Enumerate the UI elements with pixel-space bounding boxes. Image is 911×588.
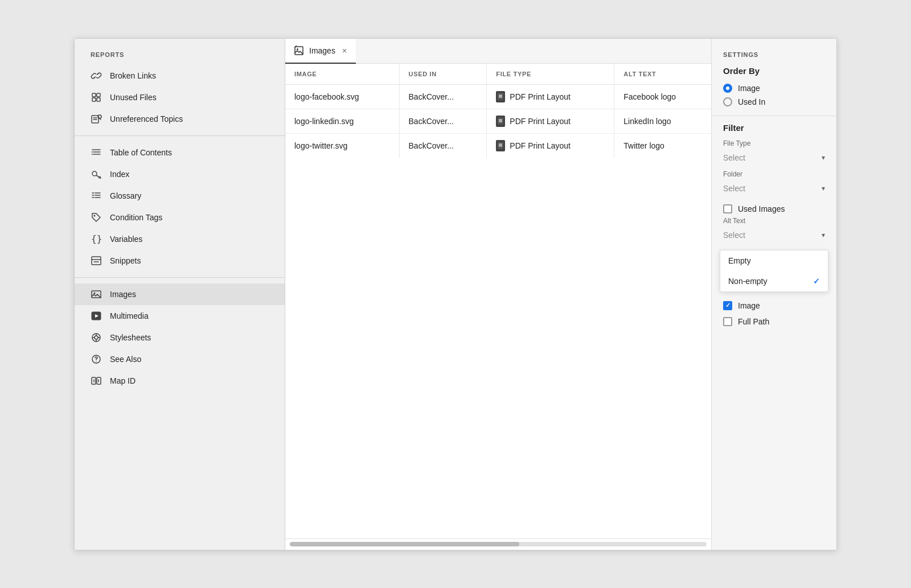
dropdown-option-empty[interactable]: Empty bbox=[720, 250, 828, 271]
file-type-icon-2 bbox=[496, 116, 505, 127]
toc-icon bbox=[91, 147, 102, 158]
see-also-icon bbox=[91, 353, 102, 365]
table-row: logo-facebook.svg BackCover... bbox=[285, 84, 711, 109]
snippets-icon bbox=[91, 255, 102, 266]
alt-text-select-label: Select bbox=[723, 231, 745, 240]
file-type-text-1: PDF Print Layout bbox=[510, 92, 571, 101]
sidebar-item-unreferenced-topics[interactable]: Unreferenced Topics bbox=[75, 108, 285, 130]
table-row: logo-twitter.svg BackCover... bbox=[285, 133, 711, 158]
tab-images-icon bbox=[294, 46, 305, 56]
key-icon bbox=[91, 168, 102, 180]
sidebar-item-map-id[interactable]: Map ID bbox=[75, 370, 285, 392]
cell-file-type-2: PDF Print Layout bbox=[487, 109, 614, 133]
full-path-checkbox[interactable] bbox=[723, 317, 732, 326]
images-tab[interactable]: Images × bbox=[285, 39, 356, 64]
variables-icon: {} bbox=[91, 233, 102, 245]
stylesheets-icon bbox=[91, 332, 102, 343]
svg-rect-5 bbox=[97, 98, 100, 101]
cell-image-1: logo-facebook.svg bbox=[285, 84, 399, 109]
sidebar-broken-links-label: Broken Links bbox=[110, 71, 156, 80]
order-by-group: Image Used In bbox=[712, 81, 836, 113]
svg-rect-28 bbox=[92, 257, 101, 265]
map-id-icon bbox=[91, 375, 102, 386]
cell-used-in-2: BackCover... bbox=[399, 109, 487, 133]
sidebar-item-snippets[interactable]: Snippets bbox=[75, 250, 285, 272]
sidebar-snippets-label: Snippets bbox=[110, 256, 141, 265]
folder-select[interactable]: Select ▾ bbox=[712, 180, 836, 201]
radio-used-in-indicator bbox=[723, 97, 732, 106]
image-col-label: Image bbox=[738, 301, 760, 310]
alt-text-chevron-icon: ▾ bbox=[822, 231, 825, 239]
tab-close-button[interactable]: × bbox=[342, 47, 347, 55]
folder-chevron-icon: ▾ bbox=[822, 184, 825, 192]
sidebar-map-id-label: Map ID bbox=[110, 376, 136, 385]
alt-text-select[interactable]: Select ▾ bbox=[712, 227, 836, 248]
used-images-label: Used Images bbox=[738, 204, 785, 213]
sidebar-item-images[interactable]: Images bbox=[75, 283, 285, 305]
col-header-used-in: USED IN bbox=[399, 64, 487, 85]
cell-image-2: logo-linkedin.svg bbox=[285, 109, 399, 133]
reports-section-label: REPORTS bbox=[75, 39, 285, 65]
sidebar-item-broken-links[interactable]: Broken Links bbox=[75, 65, 285, 87]
unused-files-icon bbox=[91, 92, 102, 103]
sidebar-item-glossary[interactable]: Glossary bbox=[75, 185, 285, 207]
file-type-text-3: PDF Print Layout bbox=[510, 141, 571, 150]
svg-point-32 bbox=[94, 292, 96, 294]
images-table: IMAGE USED IN FILE TYPE ALT TEXT logo-fa… bbox=[285, 64, 711, 158]
svg-point-42 bbox=[96, 361, 97, 362]
filter-title: Filter bbox=[712, 123, 836, 139]
file-type-select[interactable]: Select ▾ bbox=[712, 150, 836, 170]
sidebar-item-unused-files[interactable]: Unused Files bbox=[75, 87, 285, 108]
sidebar-divider-1 bbox=[75, 135, 285, 136]
cell-file-type-1: PDF Print Layout bbox=[487, 84, 614, 109]
cell-alt-text-3: Twitter logo bbox=[614, 133, 711, 158]
file-type-icon-3 bbox=[496, 140, 505, 151]
svg-rect-2 bbox=[92, 93, 96, 97]
full-path-label: Full Path bbox=[738, 317, 769, 326]
order-by-used-in-radio[interactable]: Used In bbox=[723, 97, 825, 106]
sidebar-item-toc[interactable]: Table of Contents bbox=[75, 142, 285, 163]
image-col-checkbox-row[interactable]: Image bbox=[712, 298, 836, 314]
tab-bar: Images × bbox=[285, 39, 711, 64]
dropdown-option-non-empty[interactable]: Non-empty ✓ bbox=[720, 271, 828, 291]
radio-image-label: Image bbox=[738, 84, 760, 93]
sidebar-see-also-label: See Also bbox=[110, 355, 141, 364]
sidebar-multimedia-label: Multimedia bbox=[110, 311, 149, 320]
image-col-checkbox[interactable] bbox=[723, 301, 732, 310]
settings-panel: SETTINGS Order By Image Used In Filter F… bbox=[711, 39, 836, 550]
sidebar-index-label: Index bbox=[110, 170, 129, 179]
broken-link-icon bbox=[91, 70, 102, 81]
settings-divider bbox=[712, 116, 836, 116]
images-icon bbox=[91, 289, 102, 300]
folder-filter-label: Folder bbox=[712, 170, 836, 180]
used-images-checkbox[interactable] bbox=[723, 204, 732, 213]
order-by-image-radio[interactable]: Image bbox=[723, 84, 825, 93]
unreferenced-icon bbox=[91, 113, 102, 125]
sidebar-item-multimedia[interactable]: Multimedia bbox=[75, 305, 285, 327]
table-scrollbar-thumb[interactable] bbox=[290, 542, 519, 546]
tab-images-label: Images bbox=[309, 46, 335, 55]
sidebar-item-index[interactable]: Index bbox=[75, 163, 285, 185]
col-header-image: IMAGE bbox=[285, 64, 399, 85]
sidebar-toc-label: Table of Contents bbox=[110, 148, 172, 157]
folder-select-label: Select bbox=[723, 184, 745, 193]
table-scrollbar-track[interactable] bbox=[290, 542, 707, 546]
sidebar-item-stylesheets[interactable]: Stylesheets bbox=[75, 327, 285, 348]
settings-title: SETTINGS bbox=[712, 39, 836, 66]
table-header-row: IMAGE USED IN FILE TYPE ALT TEXT bbox=[285, 64, 711, 85]
cell-used-in-3: BackCover... bbox=[399, 133, 487, 158]
alt-text-dropdown-popup: Empty Non-empty ✓ bbox=[720, 250, 828, 292]
dropdown-non-empty-checkmark: ✓ bbox=[813, 277, 820, 286]
sidebar-condition-tags-label: Condition Tags bbox=[110, 213, 162, 222]
dropdown-non-empty-label: Non-empty bbox=[728, 277, 767, 286]
full-path-checkbox-row[interactable]: Full Path bbox=[712, 314, 836, 330]
dropdown-empty-label: Empty bbox=[728, 256, 751, 265]
sidebar-stylesheets-label: Stylesheets bbox=[110, 333, 151, 342]
images-table-container: IMAGE USED IN FILE TYPE ALT TEXT logo-fa… bbox=[285, 64, 711, 538]
sidebar-item-condition-tags[interactable]: Condition Tags bbox=[75, 207, 285, 228]
sidebar-item-see-also[interactable]: See Also bbox=[75, 348, 285, 370]
cell-alt-text-2: LinkedIn logo bbox=[614, 109, 711, 133]
used-images-checkbox-row[interactable]: Used Images bbox=[712, 201, 836, 217]
sidebar-item-variables[interactable]: {} Variables bbox=[75, 228, 285, 250]
sidebar-scroll-area: Table of Contents Index bbox=[75, 142, 285, 550]
